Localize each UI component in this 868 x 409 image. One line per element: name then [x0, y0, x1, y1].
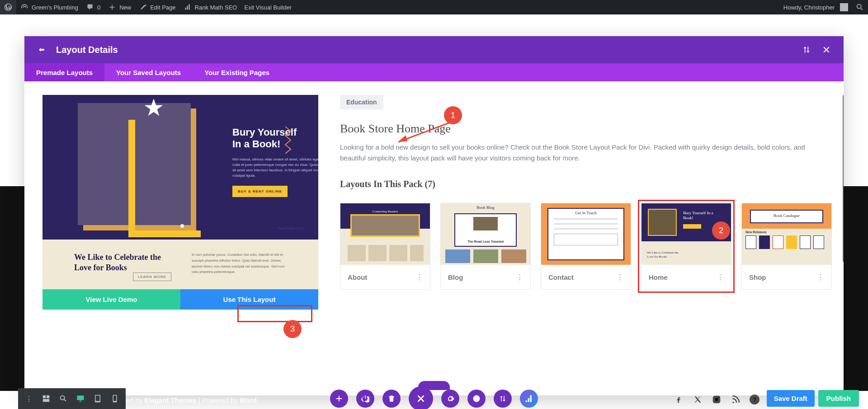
- scrollbar[interactable]: [843, 95, 844, 262]
- view-mode-tools: ⋮: [18, 388, 126, 409]
- card-home-label: Home: [649, 273, 668, 281]
- publish-button[interactable]: Publish: [818, 390, 859, 407]
- comment-icon: [85, 3, 94, 12]
- wp-logo[interactable]: [0, 0, 16, 14]
- x-icon[interactable]: [693, 395, 703, 404]
- preview-sub-p: In non pulvinar purus. Curabitur nisi od…: [192, 252, 287, 277]
- instagram-icon[interactable]: [712, 395, 722, 404]
- dashboard-icon: [20, 3, 29, 12]
- grid-mode-button[interactable]: [38, 390, 54, 407]
- tab-premade[interactable]: Premade Layouts: [24, 63, 104, 81]
- card-about[interactable]: Connecting Readers About⋮: [340, 203, 430, 290]
- save-publish-group: Save Draft Publish: [767, 390, 859, 407]
- thumb-shop-heading: Book Catalogue: [750, 210, 823, 223]
- zigzag-icon: [284, 127, 293, 154]
- avatar: [840, 3, 848, 11]
- card-shop[interactable]: Book Catalogue New Releases: [741, 203, 832, 290]
- card-home-menu[interactable]: ⋮: [717, 273, 724, 281]
- footer-credit: ned by Elegant Themes | Powered by Word: [122, 396, 257, 404]
- wp-admin-bar: Green's Plumbing 0 New Edit Page Rank Ma…: [0, 0, 868, 14]
- thumb-home-sub: We Like to Celebrate the Love for Books: [647, 251, 683, 259]
- edit-page-link[interactable]: Edit Page: [135, 0, 179, 14]
- svg-rect-4: [43, 399, 49, 402]
- comments-link[interactable]: 0: [82, 0, 104, 14]
- edit-page-label: Edit Page: [150, 4, 175, 11]
- page-settings-button[interactable]: [441, 390, 459, 408]
- builder-bar-notch: [418, 381, 450, 390]
- card-contact-menu[interactable]: ⋮: [617, 273, 623, 281]
- card-blog-label: Blog: [448, 273, 463, 281]
- howdy-link[interactable]: Howdy, Christopher: [780, 0, 852, 14]
- tab-existing[interactable]: Your Existing Pages: [193, 63, 281, 81]
- thumb-home-h: Bury Yourself In a Book!: [683, 211, 724, 221]
- rss-icon[interactable]: [731, 395, 741, 404]
- howdy-text: Howdy, Christopher: [783, 4, 835, 11]
- thumb-shop-sub: New Releases: [742, 229, 831, 235]
- search-icon: [855, 3, 864, 12]
- add-section-button[interactable]: [330, 390, 348, 408]
- svg-rect-6: [96, 395, 100, 401]
- builder-bar: ned by Elegant Themes | Powered by Word …: [0, 388, 868, 409]
- site-name-link[interactable]: Green's Plumbing: [16, 0, 82, 14]
- sort-button[interactable]: [801, 44, 812, 55]
- layout-preview: Bury YourselfIn a Book! Nisi massa, ultr…: [42, 95, 318, 289]
- back-button[interactable]: [36, 44, 47, 55]
- preview-hero-cta: BUY & RENT ONLINE: [232, 186, 288, 197]
- svg-rect-3: [47, 395, 49, 398]
- card-contact[interactable]: Get In Touch Contact⋮: [541, 203, 631, 290]
- phone-view-button[interactable]: [107, 390, 123, 407]
- preview-actions: View Live Demo Use This Layout: [42, 289, 318, 310]
- desktop-view-button[interactable]: [72, 390, 89, 407]
- new-link[interactable]: New: [104, 0, 135, 14]
- modal-header: Layout Details: [24, 36, 844, 63]
- tab-saved[interactable]: Your Saved Layouts: [104, 63, 193, 81]
- layout-modal: Layout Details Premade Layouts Your Save…: [24, 36, 844, 395]
- rank-math-label: Rank Math SEO: [195, 4, 237, 11]
- exit-vb-link[interactable]: Exit Visual Builder: [241, 0, 295, 14]
- card-shop-label: Shop: [749, 273, 766, 281]
- annotation-arrow-1: [392, 121, 451, 147]
- history-button[interactable]: [467, 390, 486, 408]
- card-blog-menu[interactable]: ⋮: [516, 273, 523, 281]
- svg-marker-1: [398, 136, 407, 142]
- annotation-3: 3: [283, 320, 302, 338]
- divi-ai-button[interactable]: [520, 390, 538, 408]
- modal-title: Layout Details: [56, 45, 118, 55]
- tablet-view-button[interactable]: [90, 390, 106, 407]
- plus-icon: [108, 3, 117, 12]
- modal-tabs: Premade Layouts Your Saved Layouts Your …: [24, 63, 844, 81]
- preview-hero-p: Nisi massa, ultrices vitae ornare sit am…: [232, 157, 318, 179]
- use-this-layout-button[interactable]: Use This Layout: [180, 289, 318, 310]
- settings-power-button[interactable]: [356, 390, 374, 408]
- svg-point-11: [718, 397, 719, 398]
- zoom-button[interactable]: [55, 390, 71, 407]
- exit-vb-label: Exit Visual Builder: [244, 4, 292, 11]
- delete-button[interactable]: [382, 390, 401, 408]
- preview-column: Bury YourselfIn a Book! Nisi massa, ultr…: [42, 95, 318, 382]
- save-draft-button[interactable]: Save Draft: [767, 390, 815, 407]
- comments-count: 0: [97, 4, 100, 11]
- wave-icon: 〰〰〰: [278, 225, 305, 234]
- card-home[interactable]: Bury Yourself In a Book! We Like to Cele…: [641, 203, 731, 290]
- card-shop-menu[interactable]: ⋮: [817, 273, 824, 281]
- category-tag[interactable]: Education: [340, 95, 383, 109]
- wordpress-icon: [4, 3, 13, 12]
- wireframe-mode-button[interactable]: ⋮: [21, 390, 37, 407]
- preview-learn-more: LEARN MORE: [133, 273, 171, 281]
- rank-math-link[interactable]: Rank Math SEO: [179, 0, 241, 14]
- card-blog[interactable]: Book Blog The Road Less Traveled Blog⋮: [440, 203, 531, 290]
- card-about-label: About: [348, 273, 367, 281]
- footer-social: ?: [674, 395, 760, 404]
- thumb-blog-heading: Book Blog: [441, 205, 530, 210]
- search-toggle[interactable]: [852, 0, 868, 14]
- card-about-menu[interactable]: ⋮: [416, 273, 423, 281]
- view-live-demo-button[interactable]: View Live Demo: [42, 289, 180, 310]
- close-button[interactable]: [821, 44, 832, 55]
- facebook-icon[interactable]: [674, 395, 684, 404]
- svg-point-10: [715, 398, 718, 401]
- help-icon[interactable]: ?: [750, 395, 760, 404]
- slider-dot: [180, 224, 184, 228]
- new-label: New: [119, 4, 131, 11]
- annotation-1: 1: [444, 106, 462, 124]
- sort-builder-button[interactable]: [494, 390, 512, 408]
